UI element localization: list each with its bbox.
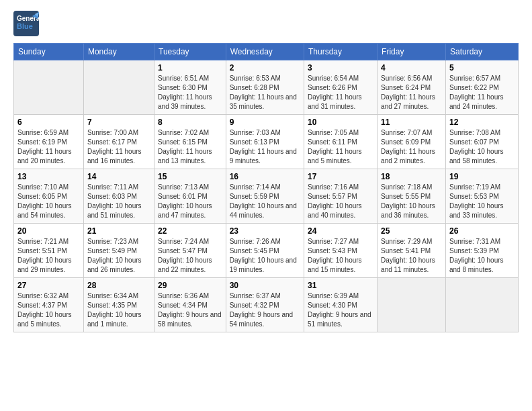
day-cell: 29Sunrise: 6:36 AM Sunset: 4:34 PM Dayli… xyxy=(154,278,226,332)
day-number: 27 xyxy=(17,281,80,290)
day-info: Sunrise: 6:57 AM Sunset: 6:22 PM Dayligh… xyxy=(449,74,515,111)
day-info: Sunrise: 6:56 AM Sunset: 6:24 PM Dayligh… xyxy=(381,74,442,111)
day-number: 23 xyxy=(230,226,300,236)
day-number: 18 xyxy=(381,172,442,181)
day-cell: 18Sunrise: 7:18 AM Sunset: 5:55 PM Dayli… xyxy=(378,169,446,224)
day-cell: 14Sunrise: 7:11 AM Sunset: 6:03 PM Dayli… xyxy=(83,169,154,224)
day-cell: 7Sunrise: 7:00 AM Sunset: 6:17 PM Daylig… xyxy=(83,115,154,169)
day-number: 9 xyxy=(230,118,300,127)
day-info: Sunrise: 7:11 AM Sunset: 6:03 PM Dayligh… xyxy=(87,183,150,220)
day-cell: 12Sunrise: 7:08 AM Sunset: 6:07 PM Dayli… xyxy=(445,115,518,169)
day-cell: 27Sunrise: 6:32 AM Sunset: 4:37 PM Dayli… xyxy=(14,278,84,332)
day-cell: 24Sunrise: 7:27 AM Sunset: 5:43 PM Dayli… xyxy=(304,224,378,278)
day-number: 10 xyxy=(308,118,373,127)
weekday-header-thursday: Thursday xyxy=(304,44,378,60)
day-info: Sunrise: 7:18 AM Sunset: 5:55 PM Dayligh… xyxy=(381,183,442,220)
svg-text:Blue: Blue xyxy=(17,22,33,30)
day-cell: 1Sunrise: 6:51 AM Sunset: 6:30 PM Daylig… xyxy=(154,60,226,115)
week-row-2: 6Sunrise: 6:59 AM Sunset: 6:19 PM Daylig… xyxy=(14,115,519,169)
day-info: Sunrise: 6:39 AM Sunset: 4:30 PM Dayligh… xyxy=(308,291,373,329)
day-info: Sunrise: 7:26 AM Sunset: 5:45 PM Dayligh… xyxy=(230,237,300,275)
day-info: Sunrise: 7:21 AM Sunset: 5:51 PM Dayligh… xyxy=(17,237,80,275)
day-cell: 25Sunrise: 7:29 AM Sunset: 5:41 PM Dayli… xyxy=(378,224,446,278)
day-number: 15 xyxy=(158,172,222,181)
calendar-table: SundayMondayTuesdayWednesdayThursdayFrid… xyxy=(13,43,519,332)
day-cell: 3Sunrise: 6:54 AM Sunset: 6:26 PM Daylig… xyxy=(304,60,378,115)
day-info: Sunrise: 6:37 AM Sunset: 4:32 PM Dayligh… xyxy=(230,291,300,329)
day-cell: 20Sunrise: 7:21 AM Sunset: 5:51 PM Dayli… xyxy=(14,224,84,278)
day-number: 25 xyxy=(381,226,442,236)
day-cell: 19Sunrise: 7:19 AM Sunset: 5:53 PM Dayli… xyxy=(445,169,518,224)
day-cell: 31Sunrise: 6:39 AM Sunset: 4:30 PM Dayli… xyxy=(304,278,378,332)
day-info: Sunrise: 7:31 AM Sunset: 5:39 PM Dayligh… xyxy=(449,237,515,275)
day-info: Sunrise: 7:29 AM Sunset: 5:41 PM Dayligh… xyxy=(381,237,442,275)
day-number: 30 xyxy=(230,281,300,290)
day-info: Sunrise: 7:14 AM Sunset: 5:59 PM Dayligh… xyxy=(230,183,300,220)
day-number: 28 xyxy=(87,281,150,290)
day-info: Sunrise: 7:13 AM Sunset: 6:01 PM Dayligh… xyxy=(158,183,222,220)
day-info: Sunrise: 6:51 AM Sunset: 6:30 PM Dayligh… xyxy=(158,74,222,111)
day-number: 16 xyxy=(230,172,300,181)
week-row-4: 20Sunrise: 7:21 AM Sunset: 5:51 PM Dayli… xyxy=(14,224,519,278)
day-number: 11 xyxy=(381,118,442,127)
day-number: 26 xyxy=(449,226,515,236)
day-number: 6 xyxy=(17,118,80,127)
day-number: 12 xyxy=(449,118,515,127)
day-info: Sunrise: 7:05 AM Sunset: 6:11 PM Dayligh… xyxy=(308,128,373,166)
day-info: Sunrise: 7:02 AM Sunset: 6:15 PM Dayligh… xyxy=(158,128,222,166)
day-info: Sunrise: 6:59 AM Sunset: 6:19 PM Dayligh… xyxy=(17,128,80,166)
page: General Blue SundayMondayTuesdayWednesda… xyxy=(0,0,532,343)
logo: General Blue xyxy=(13,11,39,36)
day-cell: 10Sunrise: 7:05 AM Sunset: 6:11 PM Dayli… xyxy=(304,115,378,169)
week-row-5: 27Sunrise: 6:32 AM Sunset: 4:37 PM Dayli… xyxy=(14,278,519,332)
day-cell: 5Sunrise: 6:57 AM Sunset: 6:22 PM Daylig… xyxy=(445,60,518,115)
day-cell: 26Sunrise: 7:31 AM Sunset: 5:39 PM Dayli… xyxy=(445,224,518,278)
weekday-header-wednesday: Wednesday xyxy=(226,44,304,60)
week-row-1: 1Sunrise: 6:51 AM Sunset: 6:30 PM Daylig… xyxy=(14,60,519,115)
day-cell xyxy=(14,60,84,115)
day-info: Sunrise: 7:16 AM Sunset: 5:57 PM Dayligh… xyxy=(308,183,373,220)
day-number: 3 xyxy=(308,63,373,73)
day-cell: 2Sunrise: 6:53 AM Sunset: 6:28 PM Daylig… xyxy=(226,60,304,115)
weekday-header-row: SundayMondayTuesdayWednesdayThursdayFrid… xyxy=(14,44,519,60)
day-cell: 17Sunrise: 7:16 AM Sunset: 5:57 PM Dayli… xyxy=(304,169,378,224)
day-number: 31 xyxy=(308,281,373,290)
header: General Blue xyxy=(13,11,519,36)
day-number: 8 xyxy=(158,118,222,127)
day-info: Sunrise: 6:54 AM Sunset: 6:26 PM Dayligh… xyxy=(308,74,373,111)
day-cell xyxy=(445,278,518,332)
day-number: 21 xyxy=(87,226,150,236)
day-cell xyxy=(378,278,446,332)
day-cell: 9Sunrise: 7:03 AM Sunset: 6:13 PM Daylig… xyxy=(226,115,304,169)
day-cell: 21Sunrise: 7:23 AM Sunset: 5:49 PM Dayli… xyxy=(83,224,154,278)
day-number: 20 xyxy=(17,226,80,236)
day-number: 14 xyxy=(87,172,150,181)
day-cell: 11Sunrise: 7:07 AM Sunset: 6:09 PM Dayli… xyxy=(378,115,446,169)
day-info: Sunrise: 7:19 AM Sunset: 5:53 PM Dayligh… xyxy=(449,183,515,220)
day-number: 5 xyxy=(449,63,515,73)
day-info: Sunrise: 7:00 AM Sunset: 6:17 PM Dayligh… xyxy=(87,128,150,166)
weekday-header-saturday: Saturday xyxy=(445,44,518,60)
day-cell: 4Sunrise: 6:56 AM Sunset: 6:24 PM Daylig… xyxy=(378,60,446,115)
day-info: Sunrise: 7:23 AM Sunset: 5:49 PM Dayligh… xyxy=(87,237,150,275)
day-number: 4 xyxy=(381,63,442,73)
day-number: 29 xyxy=(158,281,222,290)
day-number: 13 xyxy=(17,172,80,181)
day-info: Sunrise: 7:10 AM Sunset: 6:05 PM Dayligh… xyxy=(17,183,80,220)
weekday-header-friday: Friday xyxy=(378,44,446,60)
day-info: Sunrise: 7:27 AM Sunset: 5:43 PM Dayligh… xyxy=(308,237,373,275)
day-info: Sunrise: 7:08 AM Sunset: 6:07 PM Dayligh… xyxy=(449,128,515,166)
day-cell: 8Sunrise: 7:02 AM Sunset: 6:15 PM Daylig… xyxy=(154,115,226,169)
day-info: Sunrise: 6:53 AM Sunset: 6:28 PM Dayligh… xyxy=(230,74,300,111)
day-number: 2 xyxy=(230,63,300,73)
logo-icon: General Blue xyxy=(13,11,39,36)
day-cell: 13Sunrise: 7:10 AM Sunset: 6:05 PM Dayli… xyxy=(14,169,84,224)
day-cell: 22Sunrise: 7:24 AM Sunset: 5:47 PM Dayli… xyxy=(154,224,226,278)
week-row-3: 13Sunrise: 7:10 AM Sunset: 6:05 PM Dayli… xyxy=(14,169,519,224)
weekday-header-tuesday: Tuesday xyxy=(154,44,226,60)
day-number: 19 xyxy=(449,172,515,181)
weekday-header-sunday: Sunday xyxy=(14,44,84,60)
day-info: Sunrise: 6:34 AM Sunset: 4:35 PM Dayligh… xyxy=(87,291,150,329)
day-number: 24 xyxy=(308,226,373,236)
day-cell: 28Sunrise: 6:34 AM Sunset: 4:35 PM Dayli… xyxy=(83,278,154,332)
